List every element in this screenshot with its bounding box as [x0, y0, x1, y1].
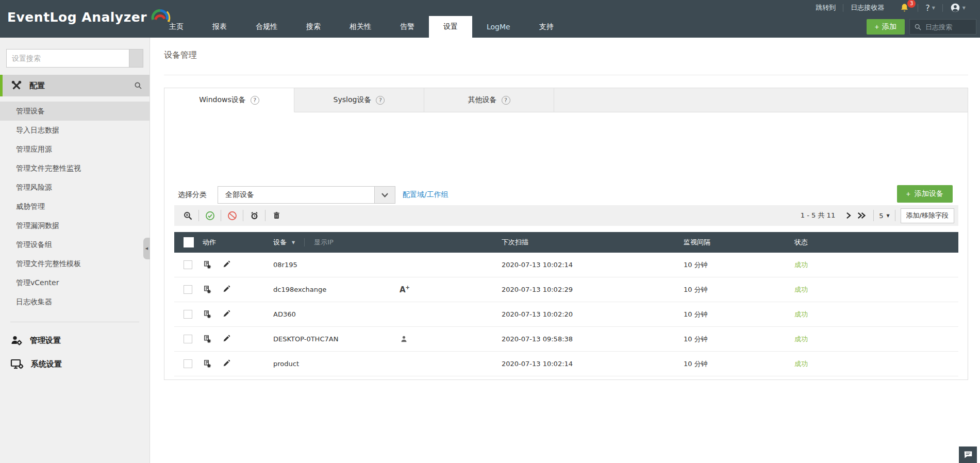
- global-add-label: 添加: [882, 22, 896, 31]
- disable-block-icon[interactable]: [224, 211, 240, 221]
- plus-icon: +: [906, 190, 910, 198]
- update-log-source-icon[interactable]: [203, 310, 212, 319]
- row-checkbox[interactable]: [184, 359, 192, 368]
- sidebar-item-manage-fim-templates[interactable]: 管理文件完整性模板: [0, 254, 150, 273]
- edit-pencil-icon[interactable]: [222, 335, 230, 344]
- update-log-source-icon[interactable]: [203, 359, 212, 369]
- row-checkbox[interactable]: [184, 260, 192, 269]
- tab-other-devices[interactable]: 其他设备 ?: [424, 88, 554, 112]
- monitor-interval: 10 分钟: [684, 335, 794, 344]
- add-remove-fields-button[interactable]: 添加/移除字段: [901, 208, 954, 223]
- row-checkbox[interactable]: [184, 310, 192, 319]
- jump-to-link[interactable]: 跳转到: [808, 3, 843, 12]
- update-log-source-icon[interactable]: [203, 260, 212, 270]
- device-name[interactable]: DESKTOP-0THC7AN: [273, 335, 338, 343]
- schedule-alarm-icon[interactable]: [246, 211, 262, 221]
- device-name[interactable]: product: [273, 360, 299, 368]
- monitor-interval: 10 分钟: [684, 285, 794, 294]
- edit-pencil-icon[interactable]: [222, 310, 230, 319]
- next-page-icon[interactable]: [841, 212, 855, 219]
- tab-syslog-devices[interactable]: Syslog设备 ?: [294, 88, 424, 112]
- settings-search-input[interactable]: [6, 49, 129, 68]
- sidebar-item-manage-fim[interactable]: 管理文件完整性监视: [0, 159, 150, 178]
- last-page-icon[interactable]: [855, 212, 868, 219]
- notifications-button[interactable]: 3: [891, 3, 918, 13]
- app-logo[interactable]: EventLog Analyzer: [7, 6, 171, 28]
- select-all-checkbox[interactable]: [184, 237, 194, 247]
- help-icon[interactable]: ?: [376, 96, 385, 105]
- nav-reports[interactable]: 报表: [198, 16, 241, 38]
- nav-correlation[interactable]: 相关性: [335, 16, 386, 38]
- sidebar-item-manage-risk-sources[interactable]: 管理风险源: [0, 178, 150, 197]
- update-log-source-icon[interactable]: [203, 335, 212, 344]
- sidebar-item-threat-management[interactable]: 威胁管理: [0, 197, 150, 216]
- scan-status[interactable]: 成功: [794, 310, 958, 319]
- plus-icon: +: [875, 23, 879, 31]
- table-row: AD360 A+ 2020-07-13 10:02:20 10 分钟 成功: [174, 302, 958, 327]
- sidebar-item-import-log-data[interactable]: 导入日志数据: [0, 121, 150, 140]
- log-search-input[interactable]: [925, 23, 970, 31]
- scan-status[interactable]: 成功: [794, 260, 958, 270]
- sidebar-collapse-handle[interactable]: ◀: [143, 238, 150, 259]
- delete-trash-icon[interactable]: [268, 211, 285, 220]
- edit-pencil-icon[interactable]: [222, 359, 230, 369]
- sidebar-item-log-collector[interactable]: 日志收集器: [0, 292, 150, 311]
- add-device-button[interactable]: + 添加设备: [897, 185, 953, 203]
- row-checkbox[interactable]: [184, 335, 192, 343]
- nav-logme[interactable]: LogMe: [472, 16, 525, 38]
- nav-compliance[interactable]: 合规性: [241, 16, 292, 38]
- scan-search-icon[interactable]: [179, 211, 196, 221]
- chat-icon: [964, 451, 973, 459]
- device-name[interactable]: 08r195: [273, 261, 297, 269]
- col-display-ip[interactable]: 显示IP: [314, 238, 334, 247]
- category-select[interactable]: 全部设备: [218, 186, 395, 204]
- sidebar-section-configuration[interactable]: 配置: [0, 75, 150, 96]
- nav-settings[interactable]: 设置: [429, 16, 472, 38]
- help-icon[interactable]: ?: [502, 96, 510, 105]
- section-search-icon[interactable]: [134, 81, 142, 90]
- monitor-interval: 10 分钟: [684, 260, 794, 270]
- scan-status[interactable]: 成功: [794, 335, 958, 344]
- nav-support[interactable]: 支持: [525, 16, 568, 38]
- device-name[interactable]: AD360: [273, 310, 296, 318]
- edit-pencil-icon[interactable]: [222, 260, 230, 270]
- log-receiver-link[interactable]: 日志接收器: [843, 3, 891, 12]
- settings-search-button[interactable]: [129, 49, 143, 68]
- sidebar-item-system-settings[interactable]: 系统设置: [0, 352, 150, 376]
- user-bust-icon[interactable]: [400, 335, 408, 343]
- tab-label: 其他设备: [468, 95, 497, 105]
- edit-pencil-icon[interactable]: [222, 285, 230, 294]
- nav-search[interactable]: 搜索: [292, 16, 335, 38]
- user-menu-button[interactable]: ▼: [943, 3, 973, 13]
- sidebar-item-manage-vcenter[interactable]: 管理vCenter: [0, 273, 150, 292]
- sidebar-item-manage-devices[interactable]: 管理设备: [0, 102, 150, 121]
- enable-check-icon[interactable]: [202, 211, 218, 221]
- update-log-source-icon[interactable]: [203, 285, 212, 294]
- device-name[interactable]: dc198exchange: [273, 286, 326, 293]
- device-management-panel: Windows设备 ? Syslog设备 ? 其他设备 ? 选择分类 全部设备 …: [164, 88, 968, 380]
- divider: [895, 210, 895, 221]
- help-menu-button[interactable]: ? ▼: [918, 3, 942, 13]
- display-name-add-icon[interactable]: A+: [400, 285, 410, 294]
- col-device[interactable]: 设备: [273, 238, 287, 247]
- page-size-select[interactable]: 5 ▼: [879, 212, 889, 220]
- nav-home[interactable]: 主页: [155, 16, 198, 38]
- global-add-button[interactable]: + 添加: [867, 19, 905, 35]
- sidebar-item-admin-settings[interactable]: 管理设置: [0, 328, 150, 352]
- row-checkbox[interactable]: [184, 285, 192, 294]
- sidebar-item-manage-vulnerability-data[interactable]: 管理漏洞数据: [0, 216, 150, 235]
- configure-domain-workgroup-link[interactable]: 配置域/工作组: [403, 190, 449, 200]
- feedback-chat-button[interactable]: [959, 447, 977, 463]
- chevron-down-icon: ▼: [962, 6, 966, 10]
- tab-windows-devices[interactable]: Windows设备 ?: [164, 88, 294, 112]
- category-filter-label: 选择分类: [178, 190, 207, 200]
- sidebar-item-manage-device-groups[interactable]: 管理设备组: [0, 235, 150, 254]
- scan-status[interactable]: 成功: [794, 359, 958, 369]
- scan-status[interactable]: 成功: [794, 285, 958, 294]
- log-search-box[interactable]: [909, 19, 976, 35]
- sidebar-item-manage-application-sources[interactable]: 管理应用源: [0, 140, 150, 159]
- help-icon[interactable]: ?: [251, 96, 259, 105]
- nav-alerts[interactable]: 告警: [386, 16, 429, 38]
- sidebar-section-title: 配置: [29, 81, 45, 91]
- sort-caret-icon[interactable]: ▼: [292, 240, 295, 245]
